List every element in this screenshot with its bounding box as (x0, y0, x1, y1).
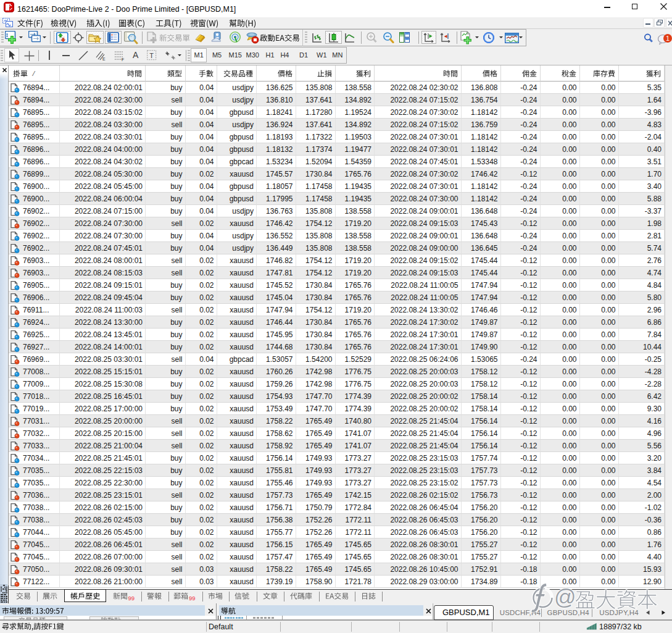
svg-text:F: F (122, 57, 124, 62)
svg-text:1: 1 (666, 35, 670, 42)
svg-text:@: @ (554, 585, 576, 609)
svg-text:E: E (102, 57, 106, 61)
svg-text:T: T (149, 52, 154, 59)
